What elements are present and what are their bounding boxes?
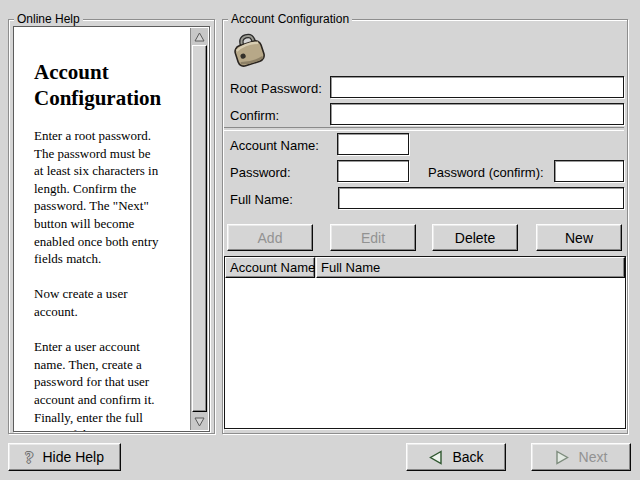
delete-button[interactable]: Delete — [432, 224, 518, 251]
column-header-account-name[interactable]: Account Name — [225, 257, 315, 278]
help-text-area: Account Configuration Enter a root passw… — [13, 26, 210, 432]
account-name-input[interactable] — [337, 133, 409, 155]
new-button[interactable]: New — [536, 224, 622, 251]
accounts-table: Account Name Full Name — [224, 256, 626, 429]
accounts-table-body — [225, 278, 625, 428]
left-arrow-icon — [428, 450, 443, 465]
help-scrollbar[interactable] — [190, 28, 208, 430]
root-password-input[interactable] — [330, 76, 624, 98]
up-arrow-icon — [194, 32, 205, 42]
confirm-label: Confirm: — [230, 108, 279, 123]
account-configuration-frame-label: Account Configuration — [228, 12, 352, 26]
account-name-label: Account Name: — [230, 138, 319, 153]
full-name-label: Full Name: — [230, 192, 293, 207]
scrollbar-thumb[interactable] — [192, 45, 207, 412]
back-button-label: Back — [452, 449, 483, 465]
separator — [224, 127, 624, 131]
scrollbar-up-button[interactable] — [192, 29, 207, 44]
column-header-full-name[interactable]: Full Name — [316, 257, 625, 278]
hide-help-button-label: Hide Help — [43, 449, 104, 465]
online-help-frame-label: Online Help — [14, 12, 83, 26]
right-arrow-icon — [555, 450, 570, 465]
installer-window: Online Help Account Configuration Enter … — [0, 0, 640, 480]
next-button[interactable]: Next — [531, 443, 631, 471]
back-button[interactable]: Back — [406, 443, 506, 471]
accounts-table-header: Account Name Full Name — [225, 257, 625, 278]
password-confirm-label: Password (confirm): — [428, 165, 544, 180]
password-input[interactable] — [337, 160, 409, 182]
hide-help-button[interactable]: ? Hide Help — [8, 443, 121, 471]
edit-button[interactable]: Edit — [330, 224, 416, 251]
question-mark-icon: ? — [25, 449, 34, 466]
root-password-label: Root Password: — [230, 81, 322, 96]
help-text: Account Configuration Enter a root passw… — [34, 59, 186, 432]
password-confirm-input[interactable] — [554, 160, 624, 182]
add-button[interactable]: Add — [227, 224, 313, 251]
help-body: Enter a root password. The password must… — [34, 127, 186, 432]
password-label: Password: — [230, 165, 291, 180]
down-arrow-icon — [194, 417, 205, 427]
full-name-input[interactable] — [338, 187, 624, 209]
help-title: Account Configuration — [34, 59, 186, 111]
confirm-password-input[interactable] — [330, 103, 624, 125]
next-button-label: Next — [579, 449, 608, 465]
scrollbar-down-button[interactable] — [192, 414, 207, 429]
padlock-icon — [227, 28, 271, 68]
